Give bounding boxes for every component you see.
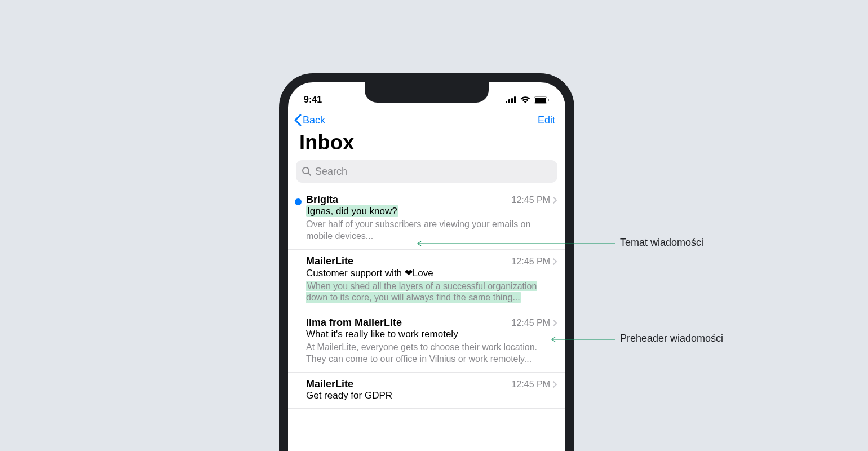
email-time: 12:45 PM xyxy=(512,318,550,328)
back-button[interactable]: Back xyxy=(294,114,325,126)
row-main: MailerLite12:45 PMGet ready for GDPR xyxy=(306,378,557,401)
email-subject: Get ready for GDPR xyxy=(306,390,392,401)
svg-rect-1 xyxy=(508,99,510,103)
email-sender: MailerLite xyxy=(306,255,353,267)
row-main: Brigita12:45 PMIgnas, did you know?Over … xyxy=(306,194,557,242)
unread-dot-icon xyxy=(295,198,302,205)
row-header: MailerLite12:45 PM xyxy=(306,378,557,390)
email-meta: 12:45 PM xyxy=(512,257,557,267)
status-right xyxy=(506,96,550,104)
email-subject: Ignas, did you know? xyxy=(306,205,398,217)
cellular-icon xyxy=(506,96,517,103)
row-header: MailerLite12:45 PM xyxy=(306,255,557,267)
svg-line-8 xyxy=(308,173,311,175)
phone-frame: 9:41 Back Edit Inbox Search Brigita12:45… xyxy=(279,73,574,451)
annotation-preheader: Preheader wiadomości xyxy=(620,333,723,344)
email-meta: 12:45 PM xyxy=(512,379,557,390)
nav-bar: Back Edit xyxy=(288,109,565,130)
email-row[interactable]: Ilma from MailerLite12:45 PMWhat it's re… xyxy=(288,311,565,373)
search-placeholder: Search xyxy=(315,166,347,178)
email-meta: 12:45 PM xyxy=(512,195,557,205)
email-sender: Ilma from MailerLite xyxy=(306,317,402,329)
email-time: 12:45 PM xyxy=(512,257,550,267)
svg-rect-3 xyxy=(514,96,516,103)
annotation-subject: Temat wiadomości xyxy=(620,237,703,249)
email-preview: When you shed all the layers of a succes… xyxy=(306,281,537,303)
chevron-left-icon xyxy=(294,114,302,126)
page-title: Inbox xyxy=(299,131,554,154)
svg-rect-0 xyxy=(506,101,507,103)
email-sender: Brigita xyxy=(306,194,338,206)
email-meta: 12:45 PM xyxy=(512,318,557,328)
email-preview: Over half of your subscribers are viewin… xyxy=(306,219,530,241)
svg-rect-2 xyxy=(511,98,513,103)
email-time: 12:45 PM xyxy=(512,195,550,205)
back-label: Back xyxy=(303,114,325,126)
search-input[interactable]: Search xyxy=(296,160,557,183)
wifi-icon xyxy=(520,96,530,103)
chevron-right-icon xyxy=(552,258,557,266)
row-header: Ilma from MailerLite12:45 PM xyxy=(306,317,557,329)
email-list: Brigita12:45 PMIgnas, did you know?Over … xyxy=(288,188,565,409)
search-wrap: Search xyxy=(288,160,565,188)
phone-screen: 9:41 Back Edit Inbox Search Brigita12:45… xyxy=(288,82,565,451)
row-main: Ilma from MailerLite12:45 PMWhat it's re… xyxy=(306,317,557,365)
email-row[interactable]: MailerLite12:45 PMGet ready for GDPR xyxy=(288,373,565,409)
chevron-right-icon xyxy=(552,381,557,388)
status-time: 9:41 xyxy=(304,95,322,105)
svg-rect-5 xyxy=(535,98,546,103)
email-subject: Customer support with ❤Love xyxy=(306,268,433,278)
email-preview: At MailerLite, everyone gets to choose t… xyxy=(306,342,537,364)
edit-button[interactable]: Edit xyxy=(538,114,555,126)
phone-notch xyxy=(365,82,489,103)
email-sender: MailerLite xyxy=(306,378,353,390)
email-time: 12:45 PM xyxy=(512,379,550,390)
search-icon xyxy=(302,166,312,176)
annotation-arrow-1 xyxy=(414,241,615,246)
title-bar: Inbox xyxy=(288,130,565,160)
email-subject: What it's really like to work remotely xyxy=(306,329,458,339)
battery-icon xyxy=(534,96,550,104)
row-main: MailerLite12:45 PMCustomer support with … xyxy=(306,255,557,304)
annotation-arrow-2 xyxy=(548,337,615,342)
row-header: Brigita12:45 PM xyxy=(306,194,557,206)
chevron-right-icon xyxy=(552,319,557,327)
chevron-right-icon xyxy=(552,196,557,204)
svg-rect-6 xyxy=(548,99,549,101)
email-row[interactable]: MailerLite12:45 PMCustomer support with … xyxy=(288,250,565,312)
